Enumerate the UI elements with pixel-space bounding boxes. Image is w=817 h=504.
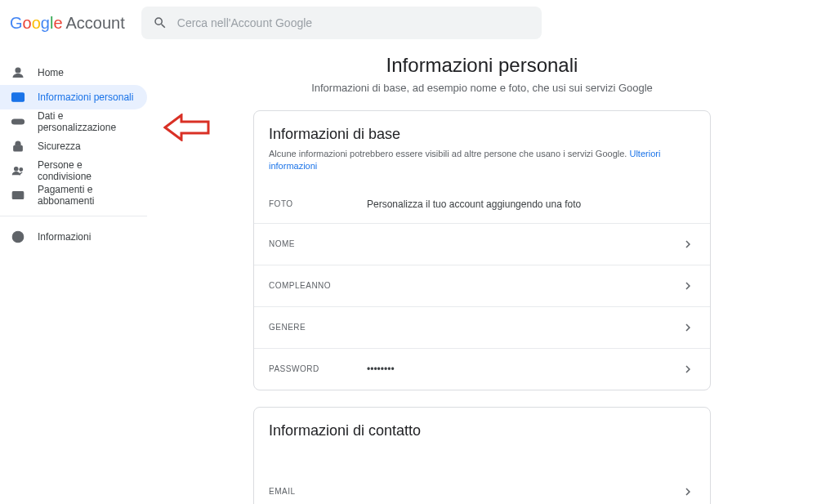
page-title: Informazioni personali [386, 54, 578, 77]
row-label: EMAIL [269, 487, 367, 496]
row-birthday[interactable]: COMPLEANNO [254, 265, 710, 307]
header: Google Account [0, 0, 817, 46]
sidebar: Home Informazioni personali Dati e perso… [0, 46, 147, 504]
svg-point-2 [15, 95, 18, 98]
basic-info-card: Informazioni di base Alcune informazioni… [253, 110, 711, 390]
id-card-icon [10, 89, 26, 105]
chevron-right-icon [681, 362, 695, 377]
card-description: Alcune informazioni potrebbero essere vi… [269, 148, 695, 173]
logo[interactable]: Google Account [10, 14, 125, 33]
sidebar-item-label: Dati e personalizzazione [38, 110, 137, 133]
row-photo[interactable]: FOTO Personalizza il tuo account aggiung… [254, 185, 710, 224]
svg-rect-7 [14, 145, 23, 151]
chevron-right-icon [681, 237, 695, 252]
sidebar-item-label: Persone e condivisione [38, 159, 137, 182]
row-label: FOTO [269, 199, 367, 208]
sidebar-item-home[interactable]: Home [0, 60, 147, 85]
svg-rect-10 [12, 192, 24, 199]
svg-point-6 [15, 121, 17, 123]
row-value: Personalizza il tuo account aggiungendo … [367, 198, 695, 210]
svg-point-14 [18, 234, 19, 235]
google-logo: Google [10, 14, 63, 33]
info-icon [10, 229, 26, 245]
svg-point-9 [20, 168, 23, 172]
sidebar-item-personal-info[interactable]: Informazioni personali [0, 85, 147, 109]
home-circle-icon [10, 65, 26, 81]
row-label: GENERE [269, 323, 367, 332]
svg-rect-5 [12, 119, 25, 124]
page-subtitle: Informazioni di base, ad esempio nome e … [311, 82, 653, 94]
toggle-icon [10, 114, 26, 130]
svg-point-0 [16, 68, 20, 73]
sidebar-divider [0, 216, 147, 216]
search-icon [153, 16, 167, 30]
people-icon [10, 163, 26, 179]
chevron-right-icon [681, 279, 695, 293]
main-content: Informazioni personali Informazioni di b… [147, 46, 817, 504]
row-label: PASSWORD [269, 364, 367, 373]
sidebar-item-label: Home [38, 67, 64, 78]
arrow-annotation-icon [163, 114, 212, 145]
sidebar-item-security[interactable]: Sicurezza [0, 134, 147, 158]
lock-icon [10, 138, 26, 154]
search-input[interactable] [177, 16, 530, 29]
sidebar-item-data-personalization[interactable]: Dati e personalizzazione [0, 109, 147, 134]
row-gender[interactable]: GENERE [254, 307, 710, 349]
card-title: Informazioni di contatto [269, 422, 695, 439]
account-label: Account [66, 14, 125, 33]
sidebar-item-info[interactable]: Informazioni [0, 225, 147, 249]
card-icon [10, 187, 26, 203]
row-label: NOME [269, 239, 367, 248]
sidebar-item-label: Informazioni personali [38, 91, 133, 103]
row-label: COMPLEANNO [269, 281, 367, 290]
row-email[interactable]: EMAIL [254, 459, 710, 504]
sidebar-item-payments[interactable]: Pagamenti e abbonamenti [0, 183, 147, 207]
search-box[interactable] [141, 7, 542, 39]
sidebar-item-people-sharing[interactable]: Persone e condivisione [0, 158, 147, 183]
sidebar-item-label: Pagamenti e abbonamenti [38, 184, 137, 207]
chevron-right-icon [681, 484, 695, 499]
row-value: •••••••• [367, 364, 681, 375]
row-password[interactable]: PASSWORD •••••••• [254, 349, 710, 390]
sidebar-item-label: Sicurezza [38, 140, 81, 152]
card-title: Informazioni di base [269, 126, 695, 143]
contact-info-card: Informazioni di contatto EMAIL TELEFONO [253, 407, 711, 504]
svg-point-8 [15, 167, 19, 172]
chevron-right-icon [681, 320, 695, 335]
sidebar-item-label: Informazioni [38, 231, 91, 243]
row-name[interactable]: NOME [254, 224, 710, 265]
